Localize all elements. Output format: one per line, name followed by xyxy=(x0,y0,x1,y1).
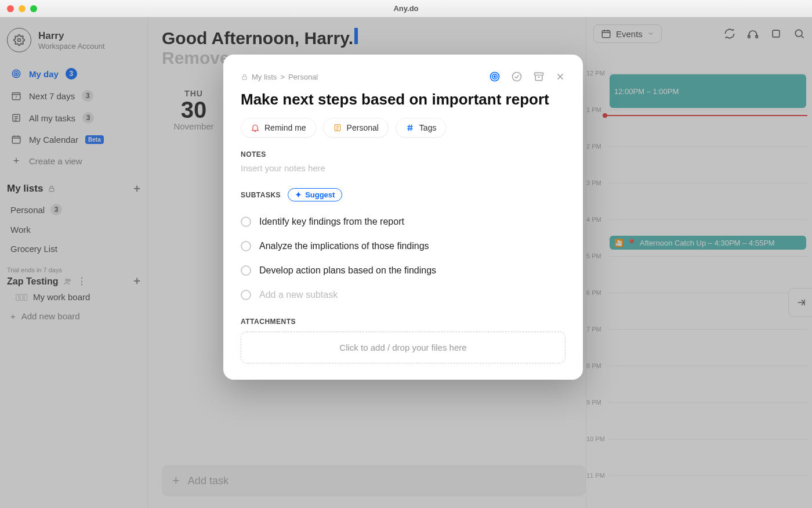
remind-chip[interactable]: Remind me xyxy=(241,118,316,138)
window-title: Any.do xyxy=(0,4,812,13)
titlebar: Any.do xyxy=(0,0,812,17)
chip-label: Personal xyxy=(347,123,379,132)
subtask-text: Identify key findings from the report xyxy=(259,217,404,227)
add-subtask-input[interactable]: Add a new subtask xyxy=(241,283,566,307)
focus-icon[interactable] xyxy=(489,71,501,82)
attachments-label: ATTACHMENTS xyxy=(241,318,566,326)
breadcrumb-root: My lists xyxy=(252,73,277,81)
svg-point-22 xyxy=(494,76,496,78)
list-chip[interactable]: Personal xyxy=(323,118,389,138)
subtask-item[interactable]: Develop action plans based on the findin… xyxy=(241,258,566,283)
subtask-item[interactable]: Identify key findings from the report xyxy=(241,210,566,234)
archive-icon[interactable] xyxy=(533,71,545,82)
subtask-checkbox[interactable] xyxy=(241,241,251,251)
svg-rect-24 xyxy=(535,73,543,75)
suggest-button[interactable]: ✦Suggest xyxy=(288,188,342,201)
chip-label: Tags xyxy=(419,123,437,132)
modal-title[interactable]: Make next steps based on important repor… xyxy=(241,91,566,109)
sparkle-icon: ✦ xyxy=(295,190,302,199)
note-icon xyxy=(333,123,342,132)
chip-label: Remind me xyxy=(264,123,306,132)
breadcrumb-sep: > xyxy=(280,73,285,81)
notes-input[interactable]: Insert your notes here xyxy=(241,163,566,173)
bell-icon xyxy=(251,123,260,132)
svg-rect-19 xyxy=(242,76,247,79)
breadcrumb-leaf: Personal xyxy=(288,73,318,81)
add-subtask-placeholder: Add a new subtask xyxy=(259,290,338,300)
notes-label: NOTES xyxy=(241,150,566,158)
subtask-text: Analyze the implications of those findin… xyxy=(259,241,429,251)
subtasks-label: SUBTASKS xyxy=(241,191,281,199)
task-detail-modal: My lists > Personal Make next steps base… xyxy=(223,55,583,380)
subtask-item[interactable]: Analyze the implications of those findin… xyxy=(241,234,566,258)
suggest-label: Suggest xyxy=(305,190,335,199)
attachments-dropzone[interactable]: Click to add / drop your files here xyxy=(241,332,566,363)
close-icon[interactable] xyxy=(555,71,566,82)
subtask-text: Develop action plans based on the findin… xyxy=(259,265,436,276)
lock-icon xyxy=(241,73,248,81)
complete-icon[interactable] xyxy=(511,71,523,82)
subtask-checkbox[interactable] xyxy=(241,290,251,300)
subtask-checkbox[interactable] xyxy=(241,265,251,276)
subtask-checkbox[interactable] xyxy=(241,217,251,227)
svg-point-23 xyxy=(513,73,521,81)
modal-breadcrumb[interactable]: My lists > Personal xyxy=(241,73,318,81)
tags-chip[interactable]: Tags xyxy=(396,118,447,138)
hash-icon xyxy=(405,123,415,132)
